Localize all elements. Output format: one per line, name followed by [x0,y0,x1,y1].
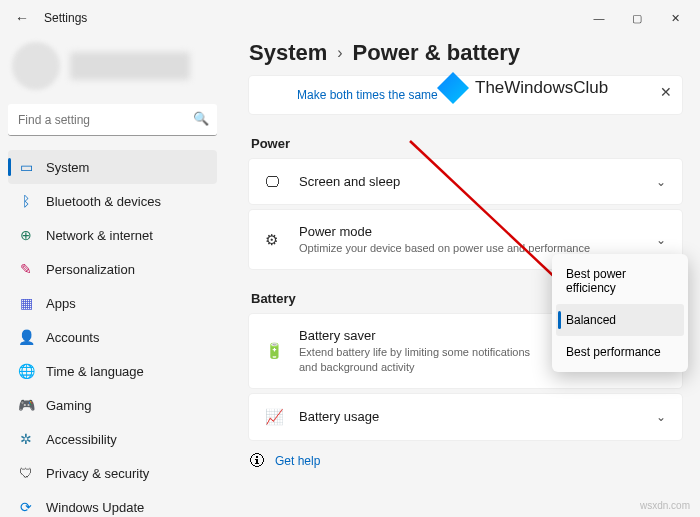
sidebar-item-label: Network & internet [46,228,153,243]
profile-info [70,52,190,80]
search-box[interactable]: 🔍 [8,104,217,136]
nav-icon: 🌐 [18,363,34,379]
card-title: Power mode [299,224,642,239]
profile-block[interactable] [8,36,217,104]
power-mode-icon: ⚙ [265,231,285,249]
sidebar-item-label: Accounts [46,330,99,345]
breadcrumb-root[interactable]: System [249,40,327,66]
chevron-down-icon: ⌄ [656,175,666,189]
brand-logo-icon [437,72,469,104]
nav-icon: ᛒ [18,193,34,209]
minimize-button[interactable]: ― [580,3,618,33]
sidebar-item-label: System [46,160,89,175]
main-content: System › Power & battery Make both times… [225,36,700,517]
back-button[interactable]: ← [6,10,38,26]
sidebar-item-label: Bluetooth & devices [46,194,161,209]
card-title: Battery usage [299,409,642,424]
search-input[interactable] [8,104,217,136]
window-title: Settings [44,11,87,25]
sidebar-item-apps[interactable]: ▦Apps [8,286,217,320]
help-row[interactable]: 🛈 Get help [249,452,682,470]
nav-list: ▭SystemᛒBluetooth & devices⊕Network & in… [8,150,217,517]
nav-icon: ▭ [18,159,34,175]
help-link[interactable]: Get help [275,454,320,468]
card-subtitle: Extend battery life by limiting some not… [299,345,542,374]
card-title: Battery saver [299,328,542,343]
sidebar-item-personalization[interactable]: ✎Personalization [8,252,217,286]
sidebar: 🔍 ▭SystemᛒBluetooth & devices⊕Network & … [0,36,225,517]
sidebar-item-bluetooth-devices[interactable]: ᛒBluetooth & devices [8,184,217,218]
sidebar-item-time-language[interactable]: 🌐Time & language [8,354,217,388]
monitor-icon: 🖵 [265,173,285,190]
nav-icon: ⟳ [18,499,34,515]
sidebar-item-label: Gaming [46,398,92,413]
sidebar-item-label: Windows Update [46,500,144,515]
power-mode-dropdown[interactable]: Best power efficiency Balanced Best perf… [552,254,688,372]
sidebar-item-accounts[interactable]: 👤Accounts [8,320,217,354]
titlebar: ← Settings ― ▢ ✕ [0,0,700,36]
chevron-down-icon: ⌄ [656,410,666,424]
sidebar-item-network-internet[interactable]: ⊕Network & internet [8,218,217,252]
battery-saver-icon: 🔋 [265,342,285,360]
sidebar-item-label: Apps [46,296,76,311]
banner-close-icon[interactable]: ✕ [660,84,672,100]
dropdown-option-performance[interactable]: Best performance [556,336,684,368]
sidebar-item-windows-update[interactable]: ⟳Windows Update [8,490,217,517]
brand-overlay: TheWindowsClub [437,72,608,104]
chevron-right-icon: › [337,44,342,62]
dropdown-option-balanced[interactable]: Balanced [556,304,684,336]
card-title: Screen and sleep [299,174,642,189]
nav-icon: 🎮 [18,397,34,413]
sidebar-item-privacy-security[interactable]: 🛡Privacy & security [8,456,217,490]
search-icon: 🔍 [193,111,209,126]
sidebar-item-accessibility[interactable]: ✲Accessibility [8,422,217,456]
sidebar-item-label: Accessibility [46,432,117,447]
section-power: Power [251,136,682,151]
card-screen-sleep[interactable]: 🖵 Screen and sleep ⌄ [249,159,682,204]
breadcrumb: System › Power & battery [249,40,682,66]
sidebar-item-gaming[interactable]: 🎮Gaming [8,388,217,422]
nav-icon: ✎ [18,261,34,277]
nav-icon: ▦ [18,295,34,311]
nav-icon: ⊕ [18,227,34,243]
maximize-button[interactable]: ▢ [618,3,656,33]
nav-icon: 👤 [18,329,34,345]
banner-link[interactable]: Make both times the same [297,88,438,102]
sidebar-item-label: Personalization [46,262,135,277]
chart-icon: 📈 [265,408,285,426]
help-icon: 🛈 [249,452,265,470]
dropdown-option-efficiency[interactable]: Best power efficiency [556,258,684,304]
page-title: Power & battery [353,40,521,66]
nav-icon: 🛡 [18,465,34,481]
sidebar-item-system[interactable]: ▭System [8,150,217,184]
sidebar-item-label: Privacy & security [46,466,149,481]
brand-text: TheWindowsClub [475,78,608,98]
info-banner: Make both times the same ✕ TheWindowsClu… [249,76,682,114]
nav-icon: ✲ [18,431,34,447]
watermark: wsxdn.com [640,500,690,511]
avatar [12,42,60,90]
chevron-down-icon: ⌄ [656,233,666,247]
card-battery-usage[interactable]: 📈 Battery usage ⌄ [249,394,682,440]
sidebar-item-label: Time & language [46,364,144,379]
close-button[interactable]: ✕ [656,3,694,33]
